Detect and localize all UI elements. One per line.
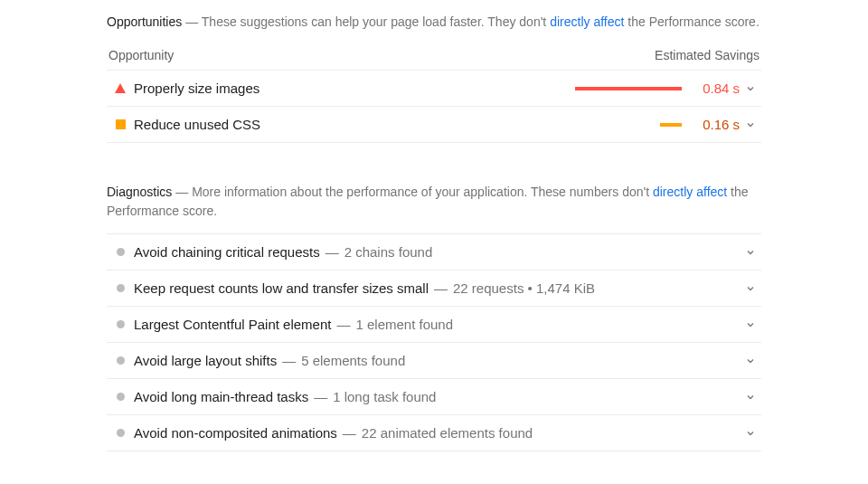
diagnostic-row[interactable]: Keep request counts low and transfer siz… [107,270,761,307]
diagnostic-label: Avoid long main-thread tasks [134,389,308,404]
diagnostic-label: Avoid non-composited animations [134,425,337,441]
diagnostics-desc-pre: — More information about the performance… [172,185,653,199]
dot-icon [117,356,125,365]
diagnostic-sub: 22 requests • 1,474 KiB [453,280,595,296]
diagnostic-row[interactable]: Avoid long main-thread tasks — 1 long ta… [107,379,761,415]
opportunity-label: Properly size images [134,81,259,96]
diagnostic-row[interactable]: Avoid chaining critical requests — 2 cha… [107,234,761,270]
dot-icon [117,393,125,401]
diagnostic-label: Keep request counts low and transfer siz… [134,280,429,296]
savings-bar [575,87,682,90]
diagnostic-row[interactable]: Avoid non-composited animations — 22 ani… [107,415,761,451]
diagnostics-list: Avoid chaining critical requests — 2 cha… [107,233,761,451]
diagnostics-desc-link[interactable]: directly affect [653,185,727,199]
diagnostic-label: Avoid chaining critical requests [134,244,320,260]
dot-icon [117,429,125,437]
opportunity-savings: 0.16 s [682,117,740,132]
diagnostic-sub: 22 animated elements found [362,425,533,441]
chevron-down-icon[interactable] [740,119,761,130]
chevron-down-icon[interactable] [740,83,761,94]
dot-icon [117,284,125,292]
square-icon [116,119,126,129]
diagnostic-sub: 1 long task found [333,389,436,404]
dash-sep: — [343,425,356,441]
dash-sep: — [434,280,448,296]
dash-sep: — [336,317,350,332]
opportunities-title: Opportunities [107,14,182,29]
diagnostic-row[interactable]: Largest Contentful Paint element — 1 ele… [107,307,761,343]
chevron-down-icon[interactable] [740,392,761,403]
diagnostic-label: Avoid large layout shifts [134,353,277,368]
dash-sep: — [282,353,296,368]
opportunity-savings: 0.84 s [682,81,740,96]
opportunities-list: Properly size images 0.84 s Reduce unuse… [107,70,761,143]
chevron-down-icon[interactable] [740,428,761,439]
opportunity-row[interactable]: Properly size images 0.84 s [107,71,761,107]
diagnostic-sub: 5 elements found [301,353,405,368]
dash-sep: — [314,389,327,404]
diagnostic-label: Largest Contentful Paint element [134,317,331,332]
dot-icon [117,248,125,256]
opportunity-row[interactable]: Reduce unused CSS 0.16 s [107,107,761,143]
chevron-down-icon[interactable] [740,319,761,330]
dash-sep: — [326,244,339,260]
opportunities-column-headers: Opportunity Estimated Savings [107,48,761,70]
savings-bar [660,123,682,127]
opportunities-desc-link[interactable]: directly affect [550,14,624,29]
opportunities-header: Opportunities — These suggestions can he… [107,13,761,32]
triangle-icon [115,83,126,93]
chevron-down-icon[interactable] [740,356,761,366]
diagnostics-title: Diagnostics [107,185,172,199]
diagnostics-header: Diagnostics — More information about the… [107,183,761,221]
col-savings: Estimated Savings [655,48,760,62]
diagnostic-row[interactable]: Avoid large layout shifts — 5 elements f… [107,343,761,379]
diagnostic-sub: 1 element found [355,317,453,332]
chevron-down-icon[interactable] [740,283,761,294]
col-opportunity: Opportunity [108,48,174,62]
diagnostic-sub: 2 chains found [344,244,433,260]
opportunity-label: Reduce unused CSS [134,117,260,132]
opportunities-desc-post: the Performance score. [624,14,759,29]
dot-icon [117,320,125,328]
chevron-down-icon[interactable] [740,247,761,258]
opportunities-desc-pre: — These suggestions can help your page l… [182,14,550,29]
